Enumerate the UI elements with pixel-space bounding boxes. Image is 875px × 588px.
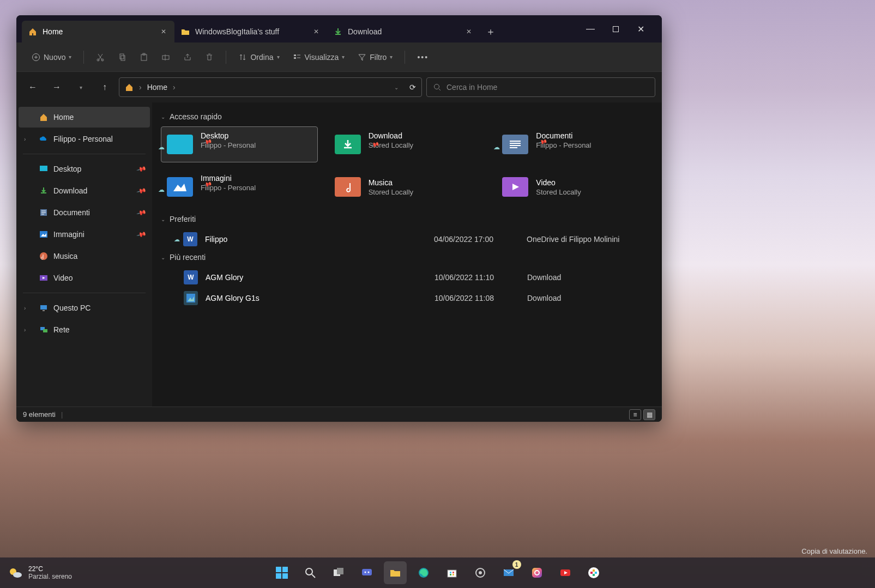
file-row[interactable]: ☁WFilippo04/06/2022 17:00OneDrive di Fil… (161, 229, 653, 250)
view-button[interactable]: Visualizza ▾ (287, 47, 351, 67)
quick-item-download[interactable]: DownloadStored Locally📌 (329, 126, 486, 162)
sort-button[interactable]: Ordina ▾ (233, 47, 285, 67)
file-date: 10/06/2022 11:10 (435, 273, 527, 282)
chevron-down-icon[interactable]: ⌄ (394, 84, 399, 90)
tab-bar: Home ✕ WindowsBlogItalia's stuff ✕ Downl… (16, 15, 662, 43)
group-recent[interactable]: ⌄Più recenti (161, 253, 653, 262)
notification-badge: 1 (512, 560, 521, 569)
content-area: ⌄Accesso rapido ☁DesktopFilippo - Person… (152, 102, 662, 407)
cloud-icon (39, 135, 48, 143)
cloud-icon: ☁ (174, 236, 180, 243)
close-button[interactable]: ✕ (628, 20, 653, 38)
sidebar-item-onedrive[interactable]: › Filippo - Personal (19, 129, 150, 149)
sidebar-item-images[interactable]: Immagini📌 (19, 224, 150, 245)
status-bar: 9 elementi | ≡ ▦ (16, 407, 662, 422)
delete-button[interactable] (200, 47, 219, 67)
file-row[interactable]: AGM Glory G1s10/06/2022 11:08Download (161, 288, 653, 308)
youtube-button[interactable] (554, 561, 577, 584)
quick-item-documenti[interactable]: ☁DocumentiFilippo - Personal📌 (496, 126, 653, 162)
mail-button[interactable]: 1 (497, 561, 520, 584)
search-button[interactable] (299, 561, 322, 584)
chat-icon (361, 567, 373, 579)
download-icon (334, 27, 342, 36)
sidebar-item-music[interactable]: Musica (19, 246, 150, 266)
quick-item-desktop[interactable]: ☁DesktopFilippo - Personal📌 (161, 126, 318, 162)
quick-item-musica[interactable]: MusicaStored Locally (329, 169, 486, 205)
svg-rect-41 (450, 572, 451, 573)
svg-rect-55 (593, 569, 595, 572)
svg-rect-0 (613, 26, 618, 32)
pin-icon: 📌 (136, 207, 147, 218)
sidebar-item-video[interactable]: Video (19, 268, 150, 288)
sidebar-item-network[interactable]: › Rete (19, 319, 150, 340)
sidebar-item-thispc[interactable]: › Questo PC (19, 298, 150, 318)
sidebar-item-documents[interactable]: Documenti📌 (19, 202, 150, 223)
tab-close-icon[interactable]: ✕ (159, 27, 168, 36)
back-button[interactable]: ← (23, 77, 43, 97)
weather-widget[interactable]: 22°C Parzial. sereno (8, 565, 72, 581)
quick-title: Video (536, 178, 581, 187)
folder-icon (389, 567, 401, 579)
maximize-button[interactable] (603, 20, 628, 38)
weather-temp: 22°C (28, 565, 72, 573)
group-favorites[interactable]: ⌄Preferiti (161, 215, 653, 223)
file-date: 04/06/2022 17:00 (434, 235, 527, 244)
download-icon (39, 186, 48, 195)
paste-button[interactable] (134, 47, 154, 67)
file-name: Filippo (205, 235, 434, 244)
tab-folder[interactable]: WindowsBlogItalia's stuff ✕ (174, 21, 327, 43)
view-details-button[interactable]: ≡ (629, 409, 641, 420)
minimize-button[interactable]: — (578, 20, 603, 38)
chevron-right-icon[interactable]: › (24, 305, 26, 311)
tab-close-icon[interactable]: ✕ (312, 27, 321, 36)
sidebar-item-desktop[interactable]: Desktop📌 (19, 159, 150, 179)
up-button[interactable]: ↑ (95, 77, 114, 97)
chat-button[interactable] (355, 561, 378, 584)
explorer-window: Home ✕ WindowsBlogItalia's stuff ✕ Downl… (16, 15, 662, 422)
copy-button[interactable] (112, 47, 132, 67)
start-button[interactable] (270, 561, 293, 584)
cloud-icon: ☁ (158, 143, 165, 151)
address-bar[interactable]: › Home › ⌄ ⟳ (119, 77, 422, 97)
quick-item-video[interactable]: VideoStored Locally (496, 169, 653, 205)
new-button[interactable]: Nuovo ▾ (26, 47, 77, 67)
file-row[interactable]: WAGM Glory10/06/2022 11:10Download (161, 267, 653, 288)
instagram-button[interactable] (526, 561, 548, 584)
new-tab-button[interactable]: ＋ (480, 21, 502, 43)
home-icon (125, 83, 134, 92)
group-quick-access[interactable]: ⌄Accesso rapido (161, 112, 653, 121)
tab-close-icon[interactable]: ✕ (464, 27, 473, 36)
svg-rect-22 (43, 329, 47, 332)
settings-button[interactable] (469, 561, 492, 584)
gear-icon (474, 567, 486, 579)
tab-download[interactable]: Download ✕ (327, 21, 480, 43)
slack-icon (588, 567, 600, 579)
chevron-right-icon[interactable]: › (24, 136, 26, 142)
share-button[interactable] (178, 47, 197, 67)
cloud-icon: ☁ (158, 186, 165, 193)
sidebar: Home › Filippo - Personal Desktop📌 Downl… (16, 102, 152, 407)
filter-button[interactable]: Filtro ▾ (352, 47, 398, 67)
taskview-button[interactable] (327, 561, 350, 584)
quick-item-immagini[interactable]: ☁ImmaginiFilippo - Personal📌 (161, 169, 318, 205)
cut-button[interactable] (90, 47, 110, 67)
view-tiles-button[interactable]: ▦ (643, 409, 655, 420)
breadcrumb-current[interactable]: Home (147, 83, 167, 92)
paste-icon (140, 53, 148, 62)
explorer-button[interactable] (384, 561, 407, 584)
tab-home[interactable]: Home ✕ (22, 21, 174, 43)
more-button[interactable]: ••• (412, 47, 434, 67)
quick-title: Download (369, 131, 413, 140)
rename-button[interactable] (156, 47, 176, 67)
refresh-button[interactable]: ⟳ (409, 83, 416, 92)
sidebar-item-home[interactable]: Home (19, 107, 150, 128)
slack-button[interactable] (582, 561, 605, 584)
pin-icon: 📌 (136, 229, 147, 240)
edge-button[interactable] (412, 561, 435, 584)
forward-button[interactable]: → (47, 77, 67, 97)
sidebar-item-download[interactable]: Download📌 (19, 180, 150, 201)
store-button[interactable] (440, 561, 463, 584)
chevron-right-icon[interactable]: › (24, 327, 26, 333)
search-input[interactable]: Cerca in Home (426, 77, 655, 97)
history-button[interactable]: ▾ (71, 77, 90, 97)
